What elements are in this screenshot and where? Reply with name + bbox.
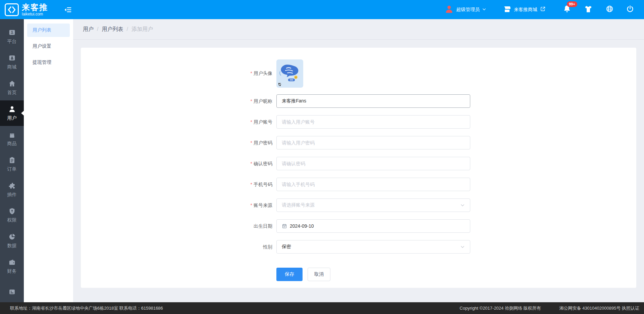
chevron-down-icon — [482, 7, 486, 13]
svg-text:S: S — [11, 30, 13, 34]
password-input[interactable] — [276, 136, 470, 149]
sidebar-item-finance[interactable]: 财务 — [0, 254, 24, 279]
account-source-field-label: *账号来源 — [212, 198, 272, 212]
required-asterisk: * — [251, 140, 252, 145]
gender-select[interactable]: 保密 — [276, 240, 470, 254]
birthdate-field-label: 出生日期 — [212, 219, 272, 233]
account-input[interactable] — [276, 115, 470, 129]
main-content: 用户 / 用户列表 / 添加用户 *用户头像 — [73, 19, 644, 302]
platform-icon: S — [8, 29, 16, 36]
field-row-avatar: *用户头像 — [212, 59, 636, 88]
sidebar-item-mall[interactable]: 商城 — [0, 49, 24, 75]
required-asterisk: * — [251, 119, 252, 125]
sidebar-item-platform[interactable]: S 平台 — [0, 24, 24, 49]
shirt-mall-button[interactable] — [584, 5, 592, 14]
admin-avatar-icon — [445, 5, 453, 15]
submenu-item-user-list[interactable]: 用户列表 — [27, 24, 70, 37]
sidebar-item-orders[interactable]: 订单 — [0, 151, 24, 177]
gender-field-label: 性别 — [212, 240, 272, 254]
account-source-select[interactable]: 请选择账号来源 — [276, 198, 470, 212]
top-header-bar: 来客推 laiketui.com 超级管理员 — [0, 0, 644, 19]
calendar-icon — [282, 223, 287, 229]
submenu-item-label: 用户列表 — [33, 27, 51, 33]
sidebar-item-label: 插件 — [7, 192, 17, 198]
main-sidebar: S 平台 商城 首页 — [0, 19, 24, 302]
field-row-nickname: *用户昵称 — [212, 94, 636, 108]
required-asterisk: * — [251, 182, 252, 187]
sidebar-item-goods[interactable]: 商品 — [0, 126, 24, 151]
account-field-label: *用户账号 — [212, 115, 272, 129]
sidebar-item-label: 财务 — [7, 268, 17, 274]
image-icon — [8, 288, 16, 296]
header-actions: 超级管理员 来客推商城 — [445, 5, 634, 15]
home-icon — [8, 80, 16, 87]
sidebar-item-label: 权限 — [7, 217, 17, 223]
required-asterisk: * — [251, 161, 252, 166]
breadcrumb-item-user[interactable]: 用户 — [83, 26, 94, 33]
user-icon — [8, 105, 16, 113]
field-row-password: *用户密码 — [212, 136, 636, 149]
language-button[interactable] — [606, 5, 613, 14]
puzzle-icon — [8, 182, 16, 189]
gender-value: 保密 — [282, 244, 291, 250]
admin-user-menu[interactable]: 超级管理员 — [445, 5, 486, 15]
notifications-button[interactable]: 99+ — [563, 5, 571, 14]
shop-link[interactable]: 来客推商城 — [503, 5, 546, 14]
password-field-label: *用户密码 — [212, 136, 272, 149]
nickname-field-label: *用户昵称 — [212, 94, 272, 108]
footer-beian-link[interactable]: 湘公网安备 43010402000895号 执照认证 — [559, 305, 639, 311]
field-row-account-source: *账号来源 请选择账号来源 — [212, 198, 636, 212]
required-asterisk: * — [251, 98, 252, 104]
logo-brackets-icon — [5, 3, 19, 16]
secondary-sidebar: 用户列表 用户设置 提现管理 — [24, 19, 73, 302]
confirm-password-input[interactable] — [276, 157, 470, 170]
submenu-item-label: 提现管理 — [33, 59, 51, 65]
sidebar-item-label: 商品 — [7, 141, 17, 147]
submenu-item-user-settings[interactable]: 用户设置 — [27, 40, 70, 53]
sidebar-item-user[interactable]: 用户 — [0, 100, 24, 126]
form-buttons: 保存 取消 — [212, 268, 636, 281]
avatar-upload-image[interactable] — [276, 59, 303, 88]
tshirt-icon — [584, 5, 592, 14]
sidebar-item-plugins[interactable]: 插件 — [0, 177, 24, 203]
app-logo[interactable]: 来客推 laiketui.com — [5, 3, 48, 16]
sidebar-item-permissions[interactable]: 权限 — [0, 203, 24, 228]
nickname-input[interactable] — [276, 94, 470, 108]
chevron-down-icon — [460, 244, 465, 249]
breadcrumb-item-user-list[interactable]: 用户列表 — [102, 26, 123, 33]
form-card: *用户头像 — [81, 48, 636, 288]
save-button[interactable]: 保存 — [276, 268, 303, 281]
field-row-account: *用户账号 — [212, 115, 636, 129]
confirm-password-field-label: *确认密码 — [212, 157, 272, 170]
phone-input[interactable] — [276, 178, 470, 191]
globe-icon — [606, 5, 613, 14]
field-row-phone: *手机号码 — [212, 178, 636, 191]
breadcrumb-separator: / — [97, 26, 98, 32]
breadcrumb-item-add-user: 添加用户 — [131, 26, 153, 33]
cancel-button[interactable]: 取消 — [308, 268, 330, 281]
add-user-form: *用户头像 — [81, 48, 636, 281]
footer-bar: 联系地址：湖南省长沙市岳麓区绿地中央广场6栋2018室 联系电话：6159816… — [0, 302, 644, 314]
sidebar-collapse-icon[interactable] — [64, 6, 72, 14]
avatar-field-label: *用户头像 — [212, 71, 272, 77]
sidebar-item-home[interactable]: 首页 — [0, 75, 24, 100]
logout-button[interactable] — [626, 5, 634, 14]
sidebar-item-label: 订单 — [7, 166, 17, 172]
clipboard-icon — [8, 156, 16, 164]
shop-name-label: 来客推商城 — [514, 7, 537, 13]
logo-title: 来客推 — [22, 3, 48, 11]
birthdate-picker[interactable]: 2024-09-10 — [276, 219, 470, 233]
footer-right: Copyright ©2017-2024 拾捌网络 版权所有 湘公网安备 430… — [460, 305, 639, 311]
sidebar-item-label: 用户 — [7, 115, 17, 121]
submenu-item-withdraw-management[interactable]: 提现管理 — [27, 56, 70, 69]
footer-contact: 联系地址：湖南省长沙市岳麓区绿地中央广场6栋2018室 联系电话：6159816… — [10, 305, 163, 311]
breadcrumb-separator: / — [126, 26, 128, 32]
shield-key-icon — [8, 208, 16, 215]
sidebar-item-data[interactable]: 数据 — [0, 228, 24, 254]
sidebar-item-media[interactable] — [0, 279, 24, 302]
shopping-bag-icon — [8, 131, 16, 138]
external-link-icon — [540, 6, 546, 13]
footer-copyright: Copyright ©2017-2024 拾捌网络 版权所有 — [460, 305, 541, 311]
mall-icon — [8, 54, 16, 62]
admin-name-label: 超级管理员 — [456, 7, 480, 13]
